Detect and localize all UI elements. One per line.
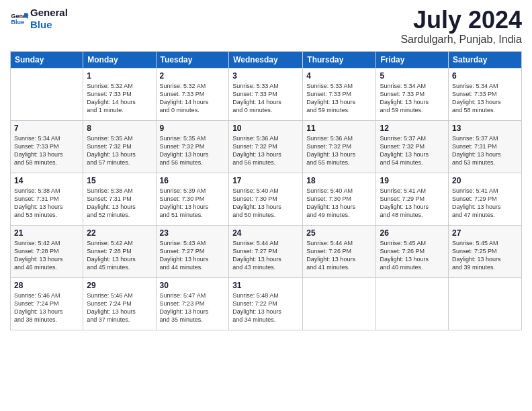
day-number: 7 [14, 124, 79, 133]
day-number: 25 [306, 228, 372, 238]
day-cell: 19Sunrise: 5:41 AM Sunset: 7:29 PM Dayli… [376, 173, 449, 225]
day-info: Sunrise: 5:42 AM Sunset: 7:28 PM Dayligh… [87, 239, 152, 272]
day-cell: 17Sunrise: 5:40 AM Sunset: 7:30 PM Dayli… [229, 173, 303, 225]
calendar-table: Sunday Monday Tuesday Wednesday Thursday… [10, 51, 522, 330]
day-info: Sunrise: 5:35 AM Sunset: 7:32 PM Dayligh… [87, 134, 152, 167]
page-container: General Blue General Blue July 2024 Sard… [0, 0, 532, 337]
location-title: Sardulgarh, Punjab, India [400, 34, 522, 46]
day-cell: 14Sunrise: 5:38 AM Sunset: 7:31 PM Dayli… [11, 173, 83, 225]
logo: General Blue General Blue [10, 7, 68, 31]
day-number: 30 [160, 281, 226, 290]
day-cell: 22Sunrise: 5:42 AM Sunset: 7:28 PM Dayli… [83, 225, 156, 277]
month-title: July 2024 [400, 7, 522, 34]
day-cell: 15Sunrise: 5:38 AM Sunset: 7:31 PM Dayli… [83, 173, 156, 225]
day-cell: 31Sunrise: 5:48 AM Sunset: 7:22 PM Dayli… [229, 277, 303, 330]
day-cell: 6Sunrise: 5:34 AM Sunset: 7:33 PM Daylig… [449, 68, 522, 120]
day-cell: 10Sunrise: 5:36 AM Sunset: 7:32 PM Dayli… [229, 120, 303, 173]
day-cell: 4Sunrise: 5:33 AM Sunset: 7:33 PM Daylig… [303, 68, 376, 120]
day-cell [376, 277, 449, 330]
week-row-5: 28Sunrise: 5:46 AM Sunset: 7:24 PM Dayli… [11, 277, 522, 330]
day-info: Sunrise: 5:45 AM Sunset: 7:26 PM Dayligh… [380, 239, 445, 272]
header: General Blue General Blue July 2024 Sard… [10, 7, 522, 46]
col-thursday: Thursday [303, 51, 376, 68]
day-cell: 1Sunrise: 5:32 AM Sunset: 7:33 PM Daylig… [83, 68, 156, 120]
day-info: Sunrise: 5:39 AM Sunset: 7:30 PM Dayligh… [160, 187, 226, 220]
day-info: Sunrise: 5:36 AM Sunset: 7:32 PM Dayligh… [232, 134, 299, 167]
day-number: 3 [232, 71, 299, 81]
day-cell: 13Sunrise: 5:37 AM Sunset: 7:31 PM Dayli… [449, 120, 522, 173]
col-friday: Friday [376, 51, 449, 68]
day-number: 31 [232, 281, 299, 290]
day-info: Sunrise: 5:40 AM Sunset: 7:30 PM Dayligh… [306, 187, 372, 220]
logo-icon: General Blue [10, 9, 29, 28]
week-row-1: 1Sunrise: 5:32 AM Sunset: 7:33 PM Daylig… [11, 68, 522, 120]
day-number: 13 [452, 124, 518, 133]
day-cell: 30Sunrise: 5:47 AM Sunset: 7:23 PM Dayli… [156, 277, 229, 330]
day-number: 22 [87, 228, 152, 238]
col-saturday: Saturday [449, 51, 522, 68]
day-info: Sunrise: 5:34 AM Sunset: 7:33 PM Dayligh… [14, 134, 79, 167]
day-number: 12 [380, 124, 445, 133]
day-info: Sunrise: 5:37 AM Sunset: 7:31 PM Dayligh… [452, 134, 518, 167]
col-tuesday: Tuesday [156, 51, 229, 68]
day-number: 21 [14, 228, 79, 238]
day-info: Sunrise: 5:35 AM Sunset: 7:32 PM Dayligh… [160, 134, 226, 167]
day-cell: 11Sunrise: 5:36 AM Sunset: 7:32 PM Dayli… [303, 120, 376, 173]
day-number: 26 [380, 228, 445, 238]
week-row-4: 21Sunrise: 5:42 AM Sunset: 7:28 PM Dayli… [11, 225, 522, 277]
day-number: 2 [160, 71, 226, 81]
day-cell: 23Sunrise: 5:43 AM Sunset: 7:27 PM Dayli… [156, 225, 229, 277]
day-cell: 8Sunrise: 5:35 AM Sunset: 7:32 PM Daylig… [83, 120, 156, 173]
day-info: Sunrise: 5:37 AM Sunset: 7:32 PM Dayligh… [380, 134, 445, 167]
day-info: Sunrise: 5:38 AM Sunset: 7:31 PM Dayligh… [14, 187, 79, 220]
day-cell [303, 277, 376, 330]
title-section: July 2024 Sardulgarh, Punjab, India [400, 7, 522, 46]
day-number: 4 [306, 71, 372, 81]
header-row: Sunday Monday Tuesday Wednesday Thursday… [11, 51, 522, 68]
day-info: Sunrise: 5:42 AM Sunset: 7:28 PM Dayligh… [14, 239, 79, 272]
day-cell: 27Sunrise: 5:45 AM Sunset: 7:25 PM Dayli… [449, 225, 522, 277]
day-info: Sunrise: 5:38 AM Sunset: 7:31 PM Dayligh… [87, 187, 152, 220]
day-number: 5 [380, 71, 445, 81]
logo-text: General Blue [30, 7, 68, 31]
day-cell: 18Sunrise: 5:40 AM Sunset: 7:30 PM Dayli… [303, 173, 376, 225]
day-cell: 3Sunrise: 5:33 AM Sunset: 7:33 PM Daylig… [229, 68, 303, 120]
day-info: Sunrise: 5:36 AM Sunset: 7:32 PM Dayligh… [306, 134, 372, 167]
day-info: Sunrise: 5:40 AM Sunset: 7:30 PM Dayligh… [232, 187, 299, 220]
day-info: Sunrise: 5:44 AM Sunset: 7:26 PM Dayligh… [306, 239, 372, 272]
day-info: Sunrise: 5:32 AM Sunset: 7:33 PM Dayligh… [160, 82, 226, 115]
day-info: Sunrise: 5:44 AM Sunset: 7:27 PM Dayligh… [232, 239, 299, 272]
col-monday: Monday [83, 51, 156, 68]
day-number: 17 [232, 176, 299, 185]
day-number: 19 [380, 176, 445, 185]
day-number: 11 [306, 124, 372, 133]
day-cell: 24Sunrise: 5:44 AM Sunset: 7:27 PM Dayli… [229, 225, 303, 277]
day-number: 14 [14, 176, 79, 185]
day-number: 23 [160, 228, 226, 238]
day-number: 18 [306, 176, 372, 185]
day-info: Sunrise: 5:45 AM Sunset: 7:25 PM Dayligh… [452, 239, 518, 272]
day-cell: 29Sunrise: 5:46 AM Sunset: 7:24 PM Dayli… [83, 277, 156, 330]
day-cell [11, 68, 83, 120]
day-cell: 12Sunrise: 5:37 AM Sunset: 7:32 PM Dayli… [376, 120, 449, 173]
day-number: 28 [14, 281, 79, 290]
day-cell: 9Sunrise: 5:35 AM Sunset: 7:32 PM Daylig… [156, 120, 229, 173]
col-wednesday: Wednesday [229, 51, 303, 68]
week-row-2: 7Sunrise: 5:34 AM Sunset: 7:33 PM Daylig… [11, 120, 522, 173]
day-info: Sunrise: 5:47 AM Sunset: 7:23 PM Dayligh… [160, 291, 226, 324]
day-info: Sunrise: 5:43 AM Sunset: 7:27 PM Dayligh… [160, 239, 226, 272]
day-info: Sunrise: 5:48 AM Sunset: 7:22 PM Dayligh… [232, 291, 299, 324]
day-cell: 2Sunrise: 5:32 AM Sunset: 7:33 PM Daylig… [156, 68, 229, 120]
day-number: 6 [452, 71, 518, 81]
day-cell: 28Sunrise: 5:46 AM Sunset: 7:24 PM Dayli… [11, 277, 83, 330]
day-info: Sunrise: 5:41 AM Sunset: 7:29 PM Dayligh… [380, 187, 445, 220]
col-sunday: Sunday [11, 51, 83, 68]
day-info: Sunrise: 5:34 AM Sunset: 7:33 PM Dayligh… [452, 82, 518, 115]
day-number: 8 [87, 124, 152, 133]
day-cell: 7Sunrise: 5:34 AM Sunset: 7:33 PM Daylig… [11, 120, 83, 173]
day-cell: 26Sunrise: 5:45 AM Sunset: 7:26 PM Dayli… [376, 225, 449, 277]
day-number: 20 [452, 176, 518, 185]
day-number: 27 [452, 228, 518, 238]
day-number: 15 [87, 176, 152, 185]
day-info: Sunrise: 5:33 AM Sunset: 7:33 PM Dayligh… [232, 82, 299, 115]
